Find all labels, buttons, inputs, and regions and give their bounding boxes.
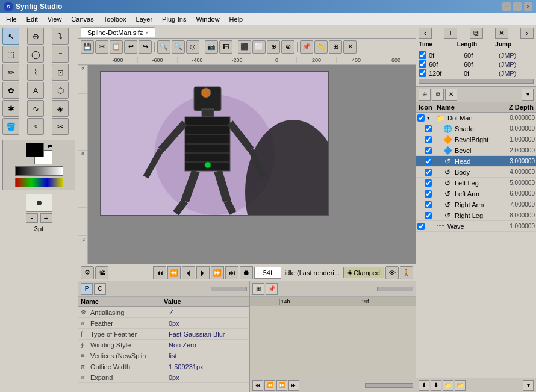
tt-checkbox[interactable]	[419, 60, 426, 68]
layer-check-input[interactable]	[425, 190, 432, 198]
menu-item-edit[interactable]: Edit	[22, 14, 43, 24]
menu-item-canvas[interactable]: Canvas	[66, 14, 98, 24]
layer-row[interactable]: ↺ Right Leg 8.000000	[416, 210, 536, 221]
color-gradient-bar[interactable]	[15, 178, 63, 187]
canvas-tool-button[interactable]: 💾	[81, 40, 94, 54]
layer-checkbox[interactable]	[425, 136, 434, 143]
width-controls[interactable]: - +	[26, 213, 52, 223]
layer-row[interactable]: 🔶 BevelBright 1.000000	[416, 134, 536, 145]
color-boxes[interactable]: ⇌	[26, 143, 52, 164]
layer-check-input[interactable]	[425, 212, 432, 219]
minimize-button[interactable]: −	[502, 2, 511, 11]
close-button[interactable]: ×	[524, 2, 532, 11]
lf-btn[interactable]: ▾	[523, 380, 534, 391]
tf-btn[interactable]: ⏩	[276, 380, 287, 391]
canvas-tab-main[interactable]: Spline-DotMan.sifz ×	[81, 27, 155, 37]
tool-button-star[interactable]: ✱	[2, 100, 19, 117]
tt-row-jump[interactable]: (JMP)	[499, 52, 534, 59]
layer-check-input[interactable]	[425, 147, 432, 154]
canvas-tool-button[interactable]: 🎞	[219, 40, 232, 54]
tool-button-bline[interactable]: ∿	[27, 100, 44, 117]
tool-button-bucketfill[interactable]: 🪣	[2, 118, 19, 135]
canvas-viewport[interactable]	[88, 65, 416, 264]
layer-checkbox[interactable]	[425, 179, 434, 187]
tt-add-btn[interactable]: +	[444, 28, 457, 39]
canvas-tool-button[interactable]: ↪	[139, 40, 152, 54]
tool-button-circle[interactable]: ◯	[27, 46, 44, 63]
tt-checkbox[interactable]	[419, 69, 426, 77]
menu-item-layer[interactable]: Layer	[131, 14, 158, 24]
tool-button-fill[interactable]: ⊡	[52, 64, 69, 81]
increase-width-button[interactable]: +	[40, 213, 52, 223]
menu-item-file[interactable]: File	[1, 14, 22, 24]
timeline-btn[interactable]: ⊞	[252, 283, 264, 295]
params-scrollbar[interactable]	[211, 287, 247, 291]
param-row[interactable]: ∮ Winding Style Non Zero	[78, 340, 249, 350]
layer-check-input[interactable]	[417, 114, 425, 122]
layer-row[interactable]: 🔷 Bevel 2.000000	[416, 145, 536, 156]
safe-area-button[interactable]: 🚶	[400, 266, 413, 279]
layer-check-input[interactable]	[425, 125, 432, 132]
canvas-tab[interactable]: C	[94, 283, 106, 295]
timetrack-row[interactable]: 60f 60f (JMP)	[419, 60, 534, 69]
layer-checkbox[interactable]	[425, 201, 434, 208]
canvas-render-button[interactable]: 📽	[95, 266, 108, 279]
canvas-tool-button[interactable]: 🔍	[157, 40, 170, 54]
layer-check-input[interactable]	[425, 169, 432, 176]
layers-more-button[interactable]: ▾	[522, 89, 534, 101]
canvas-settings-button[interactable]: ⚙	[81, 266, 94, 279]
gradient-bar[interactable]	[15, 166, 63, 176]
canvas-tool-button[interactable]: ⊗	[281, 40, 294, 54]
timeline-hscrollbar[interactable]	[365, 383, 413, 388]
param-row[interactable]: π Expand 0px	[78, 372, 249, 383]
tf-btn[interactable]: ⏭	[288, 380, 299, 391]
canvas-tool-button[interactable]: 📋	[110, 40, 123, 54]
tool-button-eyedrop[interactable]: ⌖	[27, 118, 44, 135]
lf-btn[interactable]: 📂	[455, 380, 466, 391]
foreground-color[interactable]	[26, 143, 44, 157]
tf-btn[interactable]: ⏮	[252, 380, 263, 391]
tool-button-flower[interactable]: ✿	[2, 82, 19, 99]
tool-button-transform[interactable]: ↖	[2, 28, 19, 45]
timeline-content[interactable]: 14b 19f	[250, 297, 416, 378]
tool-button-feather[interactable]: ⌇	[27, 64, 44, 81]
delete-layer-button[interactable]: ✕	[445, 89, 457, 101]
record-button[interactable]: ⏺	[240, 266, 253, 279]
tt-duplicate-btn[interactable]: ⧉	[470, 28, 483, 39]
tool-button-polygon[interactable]: ⬡	[52, 82, 69, 99]
add-layer-button[interactable]: ⊕	[419, 89, 431, 101]
tt-nav-prev[interactable]: ‹	[419, 28, 432, 39]
canvas-tool-button[interactable]: ⬛	[238, 40, 251, 54]
layer-checkbox[interactable]	[425, 212, 434, 219]
canvas-tool-button[interactable]: ⊕	[267, 40, 280, 54]
canvas-tab-close[interactable]: ×	[145, 30, 149, 36]
menu-item-plug-ins[interactable]: Plug-Ins	[157, 14, 191, 24]
params-tab[interactable]: P	[81, 283, 93, 295]
duplicate-layer-button[interactable]: ⧉	[432, 89, 444, 101]
tt-row-jump[interactable]: (JMP)	[499, 61, 534, 68]
tt-row-jump[interactable]: (JMP)	[499, 70, 534, 77]
layer-checkbox[interactable]	[417, 223, 427, 230]
layer-checkbox[interactable]	[425, 190, 434, 198]
canvas-tool-button[interactable]: ◎	[186, 40, 199, 54]
clamp-button[interactable]: ◈ Clamped	[343, 267, 384, 278]
param-row[interactable]: ⚙ Antialiasing ✓	[78, 307, 249, 318]
layer-check-input[interactable]	[425, 179, 432, 187]
tool-button-text[interactable]: A	[27, 82, 44, 99]
timeline-btn[interactable]: 📌	[266, 283, 278, 295]
layer-checkbox[interactable]	[417, 114, 427, 122]
canvas-tool-button[interactable]: ↩	[124, 40, 137, 54]
tt-scrollbar[interactable]	[419, 79, 534, 84]
timeline-tracks[interactable]	[250, 306, 416, 378]
lf-btn[interactable]: 📁	[443, 380, 453, 391]
window-controls[interactable]: − □ ×	[502, 2, 532, 11]
tt-nav-next[interactable]: ›	[520, 28, 534, 39]
menu-item-view[interactable]: View	[43, 14, 67, 24]
layer-expand-icon[interactable]: ▾	[427, 115, 434, 121]
layer-row[interactable]: 🌐 Shade 0.000000	[416, 123, 536, 134]
param-row[interactable]: ≡ Vertices (NewSplin list	[78, 350, 249, 361]
canvas-tool-button[interactable]: 🔍	[172, 40, 185, 54]
layer-row[interactable]: ↺ Head 3.000000	[416, 156, 536, 167]
timetrack-row[interactable]: 0f 60f (JMP)	[419, 51, 534, 60]
param-row[interactable]: ∫ Type of Feather Fast Gaussian Blur	[78, 329, 249, 340]
